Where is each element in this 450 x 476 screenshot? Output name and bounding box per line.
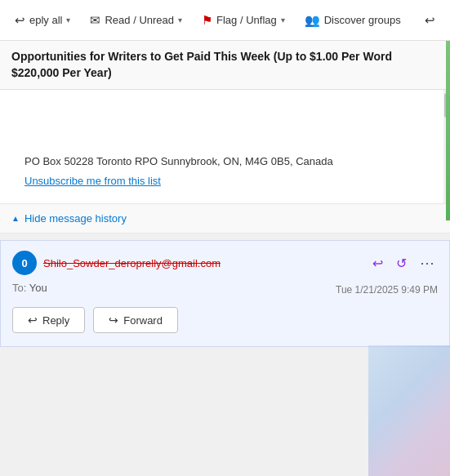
discover-groups-label: Discover groups (324, 14, 401, 26)
discover-groups-button[interactable]: 👥 Discover groups (296, 8, 409, 33)
message-card: 0 Shilo_Sowder_deroprelly@gmail.com ↩ ↺ … (0, 240, 450, 347)
unsubscribe-link[interactable]: Unsubscribe me from this list (25, 175, 161, 187)
to-date-row: To: You Tue 1/21/2025 9:49 PM (12, 282, 438, 297)
sender-email: Shilo_Sowder_deroprelly@gmail.com (43, 257, 221, 269)
reply-all-button[interactable]: ↩ eply all ▾ (7, 8, 78, 33)
flag-chevron: ▾ (281, 16, 285, 24)
groups-icon: 👥 (305, 13, 320, 28)
message-date: Tue 1/21/2025 9:49 PM (336, 284, 438, 296)
envelope-icon: ✉ (90, 13, 100, 28)
forward-btn-icon: ↪ (109, 314, 118, 327)
hide-history-toggle[interactable]: ▲ Hide message history (0, 203, 450, 234)
subject-bar: Opportunities for Writers to Get Paid Th… (0, 41, 450, 90)
toolbar: ↩ eply all ▾ ✉ Read / Unread ▾ ⚑ Flag / … (0, 0, 450, 41)
sender-address: PO Box 50228 Toronto RPO Sunnybrook, ON,… (25, 155, 425, 167)
hide-history-label: Hide message history (25, 212, 127, 225)
flag-icon: ⚑ (202, 13, 212, 28)
background-scene (368, 345, 450, 476)
reply-all-label: eply all (29, 14, 62, 26)
email-subject: Opportunities for Writers to Get Paid Th… (11, 49, 439, 81)
email-body: PO Box 50228 Toronto RPO Sunnybrook, ON,… (0, 90, 450, 203)
read-unread-chevron: ▾ (178, 16, 182, 24)
message-header: 0 Shilo_Sowder_deroprelly@gmail.com ↩ ↺ … (12, 251, 438, 275)
forward-label: Forward (123, 314, 163, 327)
read-unread-label: Read / Unread (105, 14, 174, 26)
to-row: To: You (12, 282, 47, 294)
undo-icon: ↩ (425, 13, 435, 28)
reply-btn-icon: ↩ (28, 314, 38, 327)
message-actions: ↩ ↺ ⋯ (369, 252, 438, 274)
reply-all-icon: ↩ (15, 13, 25, 28)
reply-button[interactable]: ↩ Reply (12, 307, 85, 333)
avatar: 0 (12, 251, 37, 275)
email-body-wrapper: PO Box 50228 Toronto RPO Sunnybrook, ON,… (0, 90, 450, 203)
forward-button[interactable]: ↪ Forward (93, 307, 178, 333)
reply-all-icon-button[interactable]: ↺ (393, 254, 410, 273)
reply-icon-button[interactable]: ↩ (369, 254, 386, 273)
flag-unflag-label: Flag / Unflag (216, 14, 277, 26)
flag-unflag-button[interactable]: ⚑ Flag / Unflag ▾ (194, 8, 293, 33)
reply-all-chevron: ▾ (66, 16, 70, 24)
action-buttons: ↩ Reply ↪ Forward (12, 307, 438, 333)
to-label: To: (12, 282, 29, 294)
caret-up-icon: ▲ (11, 214, 20, 223)
to-value: You (29, 282, 47, 294)
undo-button[interactable]: ↩ (417, 8, 443, 33)
reply-label: Reply (42, 314, 69, 327)
more-options-button[interactable]: ⋯ (417, 252, 438, 274)
sender-row: 0 Shilo_Sowder_deroprelly@gmail.com (12, 251, 369, 275)
green-accent-bar (446, 41, 450, 220)
read-unread-button[interactable]: ✉ Read / Unread ▾ (82, 8, 190, 33)
